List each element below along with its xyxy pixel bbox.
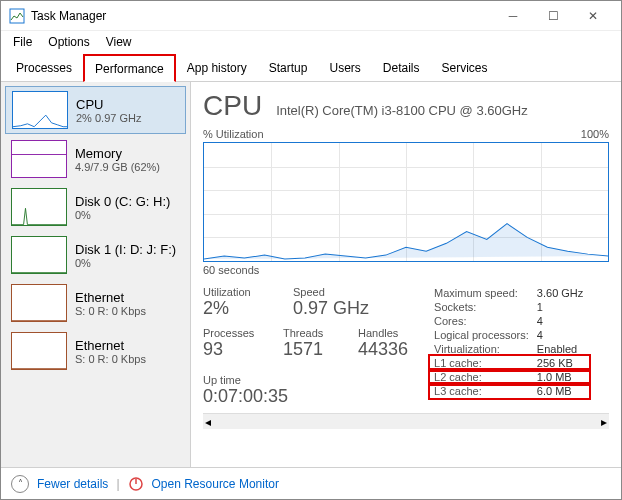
minimize-button[interactable]: ─ bbox=[493, 2, 533, 30]
menu-options[interactable]: Options bbox=[40, 33, 97, 51]
disk1-mini-chart bbox=[11, 236, 67, 274]
sidebar-item-sub: S: 0 R: 0 Kbps bbox=[75, 305, 146, 317]
main-panel: CPU Intel(R) Core(TM) i3-8100 CPU @ 3.60… bbox=[191, 82, 621, 468]
sockets-value: 1 bbox=[533, 300, 589, 314]
horizontal-scrollbar[interactable]: ◂ ▸ bbox=[203, 413, 609, 429]
tab-performance[interactable]: Performance bbox=[83, 54, 176, 82]
window-title: Task Manager bbox=[31, 9, 493, 23]
titlebar: Task Manager ─ ☐ ✕ bbox=[1, 1, 621, 31]
sidebar-item-label: Memory bbox=[75, 146, 160, 161]
sidebar-item-sub: 0% bbox=[75, 257, 176, 269]
tab-processes[interactable]: Processes bbox=[5, 54, 83, 82]
maxspeed-value: 3.60 GHz bbox=[533, 286, 589, 300]
sockets-label: Sockets: bbox=[430, 300, 533, 314]
sidebar-item-cpu[interactable]: CPU 2% 0.97 GHz bbox=[5, 86, 186, 134]
cores-value: 4 bbox=[533, 314, 589, 328]
l1-label: L1 cache: bbox=[430, 356, 533, 370]
sidebar-item-disk0[interactable]: Disk 0 (C: G: H:) 0% bbox=[5, 184, 186, 230]
virt-value: Enabled bbox=[533, 342, 589, 356]
sidebar: CPU 2% 0.97 GHz Memory 4.9/7.9 GB (62%) … bbox=[1, 82, 191, 468]
uptime-label: Up time bbox=[203, 374, 408, 386]
sidebar-item-label: Disk 0 (C: G: H:) bbox=[75, 194, 170, 209]
l2-label: L2 cache: bbox=[430, 370, 533, 384]
tab-apphistory[interactable]: App history bbox=[176, 54, 258, 82]
l2-value: 1.0 MB bbox=[533, 370, 589, 384]
disk0-mini-chart bbox=[11, 188, 67, 226]
sidebar-item-disk1[interactable]: Disk 1 (I: D: J: F:) 0% bbox=[5, 232, 186, 278]
tab-startup[interactable]: Startup bbox=[258, 54, 319, 82]
speed-value: 0.97 GHz bbox=[293, 298, 369, 319]
page-title: CPU bbox=[203, 90, 262, 122]
tab-users[interactable]: Users bbox=[318, 54, 371, 82]
cpu-utilization-chart[interactable] bbox=[203, 142, 609, 262]
menu-view[interactable]: View bbox=[98, 33, 140, 51]
ethernet2-mini-chart bbox=[11, 332, 67, 370]
handles-label: Handles bbox=[358, 327, 408, 339]
scroll-left-icon[interactable]: ◂ bbox=[205, 415, 211, 429]
virt-label: Virtualization: bbox=[430, 342, 533, 356]
sidebar-item-label: CPU bbox=[76, 97, 141, 112]
menubar: File Options View bbox=[1, 31, 621, 53]
sidebar-item-sub: S: 0 R: 0 Kbps bbox=[75, 353, 146, 365]
footer: ˄ Fewer details | Open Resource Monitor bbox=[1, 467, 621, 499]
utilization-value: 2% bbox=[203, 298, 273, 319]
l3-label: L3 cache: bbox=[430, 384, 533, 398]
logical-value: 4 bbox=[533, 328, 589, 342]
utilization-label: Utilization bbox=[203, 286, 273, 298]
chart-ylabel: % Utilization bbox=[203, 128, 264, 140]
chart-ymax: 100% bbox=[581, 128, 609, 140]
tab-details[interactable]: Details bbox=[372, 54, 431, 82]
separator: | bbox=[116, 477, 119, 491]
sidebar-item-sub: 4.9/7.9 GB (62%) bbox=[75, 161, 160, 173]
scroll-right-icon[interactable]: ▸ bbox=[601, 415, 607, 429]
processes-label: Processes bbox=[203, 327, 263, 339]
threads-value: 1571 bbox=[283, 339, 338, 360]
cores-label: Cores: bbox=[430, 314, 533, 328]
fewer-details-link[interactable]: Fewer details bbox=[37, 477, 108, 491]
handles-value: 44336 bbox=[358, 339, 408, 360]
cpu-mini-chart bbox=[12, 91, 68, 129]
processes-value: 93 bbox=[203, 339, 263, 360]
app-icon bbox=[9, 8, 25, 24]
tab-bar: Processes Performance App history Startu… bbox=[1, 53, 621, 82]
sidebar-item-label: Ethernet bbox=[75, 338, 146, 353]
l3-value: 6.0 MB bbox=[533, 384, 589, 398]
close-button[interactable]: ✕ bbox=[573, 2, 613, 30]
l1-value: 256 KB bbox=[533, 356, 589, 370]
logical-label: Logical processors: bbox=[430, 328, 533, 342]
sidebar-item-ethernet-2[interactable]: Ethernet S: 0 R: 0 Kbps bbox=[5, 328, 186, 374]
menu-file[interactable]: File bbox=[5, 33, 40, 51]
maxspeed-label: Maximum speed: bbox=[430, 286, 533, 300]
sidebar-item-label: Disk 1 (I: D: J: F:) bbox=[75, 242, 176, 257]
chevron-up-icon[interactable]: ˄ bbox=[11, 475, 29, 493]
memory-mini-chart bbox=[11, 140, 67, 178]
maximize-button[interactable]: ☐ bbox=[533, 2, 573, 30]
resource-monitor-icon bbox=[128, 476, 144, 492]
threads-label: Threads bbox=[283, 327, 338, 339]
chart-xlabel: 60 seconds bbox=[203, 264, 609, 276]
ethernet1-mini-chart bbox=[11, 284, 67, 322]
sidebar-item-sub: 2% 0.97 GHz bbox=[76, 112, 141, 124]
speed-label: Speed bbox=[293, 286, 369, 298]
sidebar-item-memory[interactable]: Memory 4.9/7.9 GB (62%) bbox=[5, 136, 186, 182]
sidebar-item-sub: 0% bbox=[75, 209, 170, 221]
cpu-model: Intel(R) Core(TM) i3-8100 CPU @ 3.60GHz bbox=[276, 103, 528, 118]
uptime-value: 0:07:00:35 bbox=[203, 386, 408, 407]
resource-monitor-link[interactable]: Open Resource Monitor bbox=[152, 477, 279, 491]
sidebar-item-label: Ethernet bbox=[75, 290, 146, 305]
tab-services[interactable]: Services bbox=[431, 54, 499, 82]
sidebar-item-ethernet-1[interactable]: Ethernet S: 0 R: 0 Kbps bbox=[5, 280, 186, 326]
